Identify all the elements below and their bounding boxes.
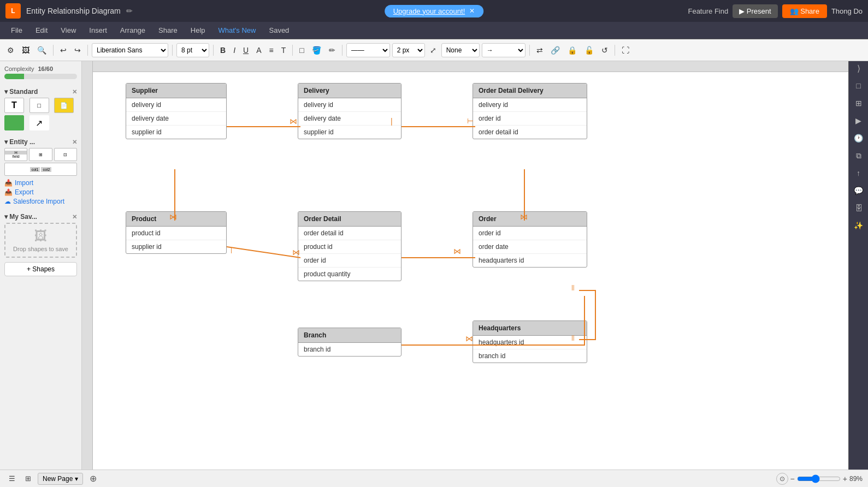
headquarters-table[interactable]: Headquarters headquarters id branch id xyxy=(473,320,587,363)
standard-close-icon[interactable]: ✕ xyxy=(72,88,77,96)
underline-button[interactable]: U xyxy=(240,44,251,56)
product-table[interactable]: Product product id supplier id xyxy=(126,211,227,254)
font-size-select[interactable]: 8 pt xyxy=(176,43,209,57)
zoom-in-btn[interactable]: + xyxy=(843,474,847,483)
shape-button[interactable]: □ xyxy=(297,44,306,56)
add-shapes-button[interactable]: + Shapes xyxy=(4,262,77,276)
import-link[interactable]: 📥 Import xyxy=(4,179,77,187)
menu-arrange[interactable]: Arrange xyxy=(115,24,151,37)
upgrade-link[interactable]: Upgrade your account! xyxy=(393,7,465,15)
entity-shape-4[interactable]: col1col2 xyxy=(4,163,77,176)
font-color-button[interactable]: A xyxy=(253,44,264,56)
supplier-table[interactable]: Supplier delivery id delivery date suppl… xyxy=(126,83,227,139)
redo-button[interactable]: ↪ xyxy=(72,44,84,56)
menu-edit[interactable]: Edit xyxy=(30,24,53,37)
font-select[interactable]: Liberation Sans xyxy=(92,43,168,57)
od-field-4: product quantity xyxy=(298,268,401,281)
link-button[interactable]: 🔗 xyxy=(548,44,563,56)
canvas[interactable]: ⋈ | ⊢ ⋈ | ⋈ ⋈ ⋈ xyxy=(93,72,848,470)
fullscreen-button[interactable]: ⛶ xyxy=(619,44,632,56)
zoom-out-btn[interactable]: − xyxy=(790,474,795,483)
present-button[interactable]: ▶ Present xyxy=(733,4,777,18)
entity-shape-1[interactable]: H field xyxy=(4,148,27,161)
italic-button[interactable]: I xyxy=(231,44,238,56)
order-detail-table[interactable]: Order Detail order detail id product id … xyxy=(298,211,401,281)
zoom-slider[interactable] xyxy=(797,474,841,483)
user-label[interactable]: Thong Do xyxy=(831,7,863,15)
branch-table[interactable]: Branch branch id xyxy=(298,328,401,357)
od-field-3: order id xyxy=(298,254,401,268)
edit-title-icon[interactable]: ✏ xyxy=(126,7,133,15)
grid-view-btn[interactable]: ⊞ xyxy=(22,473,34,484)
menu-whats-new[interactable]: What's New xyxy=(213,24,262,37)
svg-text:|: | xyxy=(231,247,232,253)
bold-button[interactable]: B xyxy=(217,44,228,56)
layers-panel-btn[interactable]: ⧉ xyxy=(851,148,866,163)
table-panel-btn[interactable]: ⊞ xyxy=(851,96,866,111)
clock-panel-btn[interactable]: 🕐 xyxy=(851,130,866,146)
delivery-table[interactable]: Delivery delivery id delivery date suppl… xyxy=(298,83,401,139)
undo-button[interactable]: ↩ xyxy=(57,44,69,56)
order-table[interactable]: Order order id order date headquarters i… xyxy=(473,211,587,268)
rect-shape[interactable]: □ xyxy=(29,98,49,113)
menu-file[interactable]: File xyxy=(5,24,28,37)
text-format-button[interactable]: T xyxy=(279,44,289,56)
line-width-select[interactable]: 2 px xyxy=(392,43,425,57)
plugin-button[interactable]: ⚙ xyxy=(4,44,17,56)
panel-collapse-icon[interactable]: ⟩ xyxy=(857,63,860,74)
supplier-field-2: delivery date xyxy=(126,112,226,126)
menu-insert[interactable]: Insert xyxy=(84,24,113,37)
menu-saved[interactable]: Saved xyxy=(263,24,294,37)
start-arrow-select[interactable]: None xyxy=(441,43,480,57)
format-panel-btn[interactable]: □ xyxy=(851,78,866,93)
add-page-button[interactable]: ⊕ xyxy=(86,472,99,485)
media-panel-btn[interactable]: ▶ xyxy=(851,113,866,128)
list-view-btn[interactable]: ☰ xyxy=(5,473,19,484)
supplier-table-header: Supplier xyxy=(126,84,226,98)
toolbar: ⚙ 🖼 🔍 ↩ ↪ Liberation Sans 8 pt B I U A ≡… xyxy=(0,39,868,61)
line-color-button[interactable]: ✏ xyxy=(326,44,338,56)
text-shape[interactable]: T xyxy=(4,98,24,113)
swap-button[interactable]: ⇄ xyxy=(534,44,546,56)
export-link[interactable]: 📤 Export xyxy=(4,188,77,196)
note-shape[interactable]: 📄 xyxy=(54,98,74,113)
saved-label: ▾ My Sav... xyxy=(4,213,37,221)
line-style-select[interactable]: —— xyxy=(346,43,390,57)
end-arrow-select[interactable]: → xyxy=(482,43,525,57)
lock-button[interactable]: 🔒 xyxy=(565,44,580,56)
zoom-fit-btn[interactable]: ⊙ xyxy=(776,473,788,485)
saved-drop-zone[interactable]: 🖼 Drop shapes to save xyxy=(4,223,77,258)
export-panel-btn[interactable]: ↑ xyxy=(851,165,866,181)
lock2-button[interactable]: 🔓 xyxy=(582,44,597,56)
image-button[interactable]: 🖼 xyxy=(19,44,32,56)
fill-button[interactable]: 🪣 xyxy=(309,44,324,56)
entity-shape-2[interactable]: ⊞ xyxy=(29,148,52,161)
search-button[interactable]: 🔍 xyxy=(34,44,49,56)
wand-panel-btn[interactable]: ✨ xyxy=(851,218,866,233)
reset-button[interactable]: ↺ xyxy=(599,44,611,56)
menu-help[interactable]: Help xyxy=(185,24,211,37)
entity-shape-3[interactable]: ⊡ xyxy=(54,148,77,161)
menu-view[interactable]: View xyxy=(55,24,81,37)
share-button[interactable]: 👥 Share xyxy=(782,4,827,18)
feature-find-button[interactable]: Feature Find xyxy=(688,7,728,15)
database-panel-btn[interactable]: 🗄 xyxy=(851,200,866,216)
page-dropdown-icon[interactable]: ▾ xyxy=(75,475,78,483)
hq-field-1: headquarters id xyxy=(473,336,587,349)
hq-table-header: Headquarters xyxy=(473,321,587,336)
menu-share[interactable]: Share xyxy=(153,24,183,37)
waypoint-button[interactable]: ⤢ xyxy=(427,44,439,56)
upgrade-close-icon[interactable]: ✕ xyxy=(469,7,475,15)
order-table-header: Order xyxy=(473,212,587,227)
align-button[interactable]: ≡ xyxy=(266,44,276,56)
comment-panel-btn[interactable]: 💬 xyxy=(851,183,866,198)
salesforce-link[interactable]: ☁ Salesforce Import xyxy=(4,198,77,205)
branch-table-header: Branch xyxy=(298,328,401,343)
entity-close-icon[interactable]: ✕ xyxy=(72,139,77,146)
diagram-area[interactable]: ⋈ | ⊢ ⋈ | ⋈ ⋈ ⋈ xyxy=(82,61,848,470)
order-detail-delivery-table[interactable]: Order Detail Delivery delivery id order … xyxy=(473,83,587,139)
arrow-shape[interactable]: ↗ xyxy=(29,115,49,130)
color-shape[interactable] xyxy=(4,115,24,130)
saved-close-icon[interactable]: ✕ xyxy=(72,213,77,221)
new-page-button[interactable]: New Page ▾ xyxy=(38,473,83,485)
